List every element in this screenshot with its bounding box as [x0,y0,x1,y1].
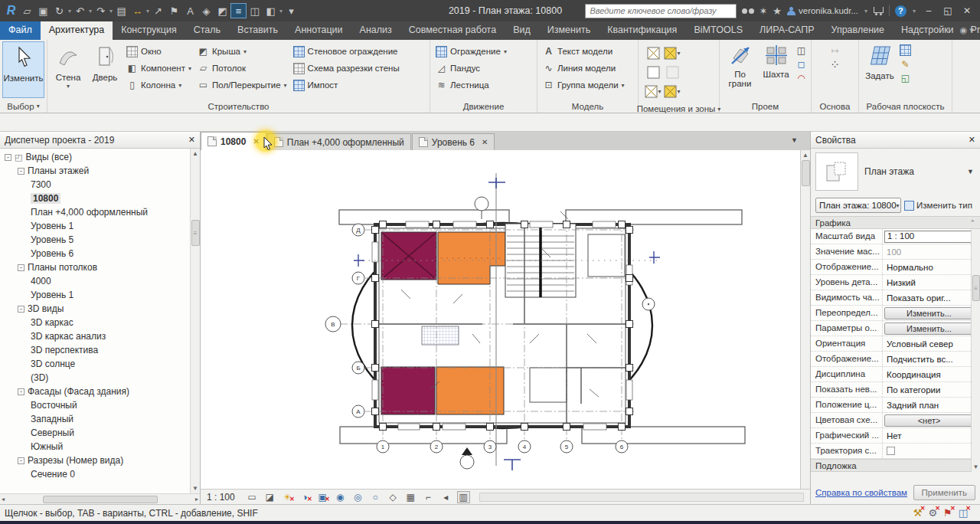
set-workplane-button[interactable]: Задать [861,41,898,80]
chevron-down-icon[interactable]: ▼ [967,168,975,175]
area-boundary-icon[interactable] [663,63,681,81]
wall-button[interactable]: Стена ▾ [50,41,87,91]
window-button[interactable]: Окно [126,44,191,59]
view-scale[interactable]: 1 : 100 [207,492,235,503]
tree-item-3d-перспектива[interactable]: 3D перспектива [0,343,200,357]
close-inactive-windows-icon[interactable]: ◫ [247,3,263,18]
tree-item-7300[interactable]: 7300 [0,178,200,192]
reveal-hidden-icon[interactable]: ◉ [334,491,347,503]
curtain-grid-button[interactable]: Схема разрезки стены [293,61,400,76]
panel-label-build[interactable]: Строительство [47,100,430,113]
print-icon[interactable]: ▤ [113,3,129,18]
default-3d-view-icon[interactable]: ◈ [198,3,214,18]
level-icon[interactable]: ↦ [829,44,841,56]
scroll-thumb[interactable]: ≡ [191,220,200,246]
hide-crop-icon[interactable]: ▣✕ [316,491,329,503]
measure-icon[interactable]: ⌐ [422,491,435,503]
ribbon-tab-изменить[interactable]: Изменить [539,21,599,40]
minimize-button[interactable]: – [922,5,936,16]
wall-opening-icon[interactable]: ◫ [795,44,807,56]
room-tag-icon[interactable]: ▾ [644,82,662,100]
opening-by-face-button[interactable]: По грани [722,41,758,88]
scroll-right-icon[interactable]: ▸ [195,496,198,503]
panel-label-workplane[interactable]: Рабочая плоскость [859,100,952,113]
design-options-icon[interactable]: ⚙✕ [928,507,937,519]
help-icon[interactable]: ? [895,5,906,17]
tree-item--3d-[interactable]: (3D) [0,371,200,385]
scroll-down-icon[interactable]: ▼ [973,463,979,470]
section-underlay[interactable]: Подложка⌃ [811,459,980,472]
model-text-button[interactable]: AТекст модели [543,44,625,59]
reveal-constraints-icon[interactable]: ○ [369,491,382,503]
type-selector[interactable]: План этажа ▼ [811,149,980,195]
revit-logo[interactable]: R [3,3,19,18]
cart-icon[interactable] [874,7,884,13]
ribbon-tab-file[interactable]: Файл [0,21,41,40]
expand-icon[interactable]: - [18,457,24,464]
help-dropdown-icon[interactable]: ▾ [912,8,916,15]
expand-icon[interactable]: - [18,264,24,271]
ribbon-tab-архитектура[interactable]: Архитектура [41,21,113,40]
close-view-icon[interactable]: ✕ [482,138,488,146]
user-icon[interactable] [787,7,795,15]
crop-view-icon[interactable]: ▭ [246,491,259,503]
tree-item-западный[interactable]: Западный [0,412,200,426]
tab-overflow-icon[interactable]: ▼ [791,136,798,144]
ribbon-tab-вставить[interactable]: Вставить [229,21,286,40]
tree-item-3d-каркас-анализ[interactable]: 3D каркас анализ [0,329,200,343]
tree-item-северный[interactable]: Северный [0,426,200,440]
worksharing-display-icon[interactable]: ▦ [404,491,417,503]
shaft-opening-button[interactable]: Шахта [758,41,794,79]
scroll-thumb[interactable] [43,496,158,503]
scroll-thumb[interactable] [802,160,810,186]
tree-item-уровень-6[interactable]: Уровень 6 [0,247,200,260]
apply-button[interactable]: Применить [913,485,975,500]
panel-label-model[interactable]: Модель [537,100,638,113]
property-value-button[interactable]: Изменить... [884,323,974,335]
panel-label-datum[interactable]: Основа [812,100,858,113]
ribbon-tab-конструкция[interactable]: Конструкция [113,21,185,40]
vertical-opening-icon[interactable]: ◻ [795,58,807,70]
tree-item-южный[interactable]: Южный [0,440,200,454]
area-tag-icon[interactable]: ▾ [663,82,681,100]
temporary-hide-isolate-icon[interactable]: ◎ [351,491,364,503]
curtain-system-button[interactable]: Стеновое ограждение [293,44,400,59]
ribbon-tab-совместная-работа[interactable]: Совместная работа [400,21,505,40]
area-icon[interactable]: ▾ [663,44,681,62]
ribbon-tab-квантификация[interactable]: Квантификация [599,21,685,40]
visual-style-icon[interactable]: ◪ [263,491,276,503]
search-input[interactable] [585,4,737,18]
expand-icon[interactable]: - [18,388,24,395]
tree-item-план-4-000-оформленный[interactable]: План +4,000 оформленный [0,205,200,219]
model-group-button[interactable]: ⊡Группа модели▾ [543,77,625,93]
scroll-thumb[interactable]: ≡ [972,275,980,301]
stair-button[interactable]: ≋Лестница [436,77,507,93]
property-checkbox[interactable] [887,447,895,455]
section-icon[interactable]: ◩ [214,3,230,18]
scroll-left-icon[interactable]: ◂ [2,496,5,503]
close-icon[interactable]: ✕ [188,135,195,145]
edit-workplane-icon[interactable]: ✎ [900,58,911,70]
scroll-up-icon[interactable]: ▲ [802,152,808,159]
column-button[interactable]: ▯Колонна▾ [126,77,191,93]
save-icon[interactable]: ▣ [35,3,51,18]
property-value-button[interactable]: <нет> [884,414,974,427]
tree-item-фасады-фасад-здания-[interactable]: -Фасады (Фасад здания) [0,385,200,398]
mullion-button[interactable]: Импост [293,77,400,93]
pin-icon[interactable]: ⚑✕ [943,507,952,519]
dormer-opening-icon[interactable]: ◠ [795,72,807,84]
tree-item-3d-каркас[interactable]: 3D каркас [0,316,200,329]
browser-horizontal-scrollbar[interactable]: ◂ ▸ [0,493,200,504]
worksets-icon[interactable]: ⚒✕ [913,507,923,519]
shadows-icon[interactable]: ◑✕ [299,491,312,503]
ribbon-display-options-icon[interactable]: ◉ ▾ [960,25,974,35]
ribbon-tab-лира-сапр[interactable]: ЛИРА-САПР [751,21,822,40]
show-workplane-icon[interactable] [900,44,911,56]
panel-label-select[interactable]: Выбор▾ [0,100,47,113]
background-processes-icon[interactable]: ◫✕ [959,507,968,519]
view-tab-план-+4,000-оформленный[interactable]: План +4,000 оформленный [267,133,411,150]
expand-icon[interactable]: - [5,154,11,161]
panel-label-circulation[interactable]: Движение [430,100,537,113]
floor-plan-canvas[interactable]: ДГВБА123456 [201,150,810,489]
ribbon-tab-аннотации[interactable]: Аннотации [286,21,351,40]
